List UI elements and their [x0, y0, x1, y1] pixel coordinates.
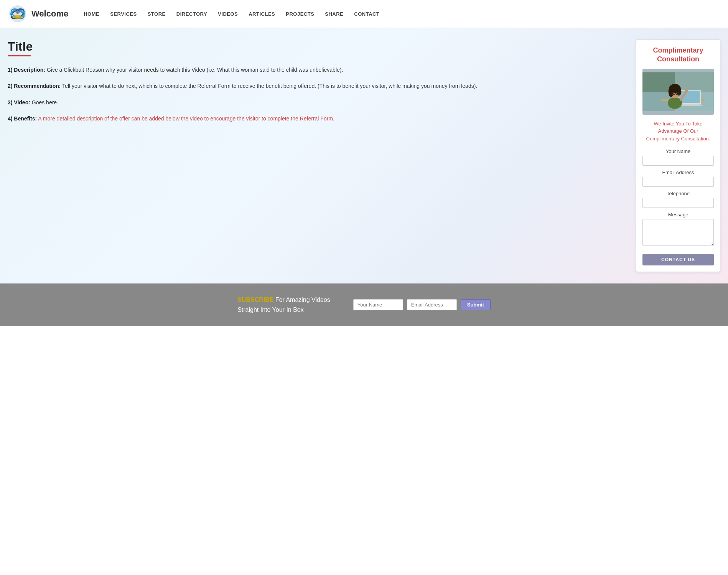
main-wrapper: Title 1) Description: Give a Clickbait R… [0, 28, 728, 283]
sidebar-illustration [642, 69, 714, 115]
email-field-group: Email Address [642, 170, 714, 187]
page-title: Title [8, 40, 628, 54]
message-label: Message [642, 212, 714, 217]
site-title: Welcome [31, 9, 68, 19]
site-header: Welcome HOME SERVICES STORE DIRECTORY VI… [0, 0, 728, 28]
telephone-field-group: Telephone [642, 191, 714, 208]
svg-point-4 [13, 15, 22, 19]
site-footer: SUBSCRIBE For Amazing VideosStraight Int… [0, 283, 728, 326]
footer-email-input[interactable] [407, 299, 457, 310]
nav-projects[interactable]: PROJECTS [286, 11, 314, 17]
site-logo [8, 4, 28, 24]
sidebar-title: Complimentary Consultation [642, 46, 714, 64]
telephone-input[interactable] [642, 198, 714, 208]
content-area: Title 1) Description: Give a Clickbait R… [8, 40, 628, 131]
section-4-text: A more detailed description of the offer… [38, 115, 334, 122]
email-label: Email Address [642, 170, 714, 175]
section-1-label: 1) Description: [8, 67, 45, 73]
email-input[interactable] [642, 177, 714, 187]
nav-share[interactable]: SHARE [325, 11, 343, 17]
section-2-label: 2) Recommendation: [8, 83, 61, 89]
section-1-text: Give a Clickbait Reason why your visitor… [47, 67, 343, 73]
main-nav: HOME SERVICES STORE DIRECTORY VIDEOS ART… [84, 11, 379, 17]
message-field-group: Message [642, 212, 714, 247]
title-underline [8, 55, 31, 56]
nav-home[interactable]: HOME [84, 11, 99, 17]
sidebar-invite-text: We Invite You To Take Advantage Of Our C… [642, 120, 714, 143]
nav-store[interactable]: STORE [148, 11, 166, 17]
subscribe-word: SUBSCRIBE [237, 297, 273, 303]
section-4: 4) Benefits: A more detailed description… [8, 114, 628, 123]
contact-us-button[interactable]: CONTACT US [642, 254, 714, 265]
section-3-label: 3) Video: [8, 99, 30, 105]
section-1: 1) Description: Give a Clickbait Reason … [8, 66, 628, 74]
logo-area: Welcome [8, 4, 68, 24]
footer-submit-button[interactable]: Submit [461, 299, 491, 310]
section-4-label: 4) Benefits: [8, 115, 37, 122]
svg-point-5 [15, 9, 20, 14]
section-2-text: Tell your visitor what to do next, which… [62, 83, 477, 89]
nav-contact[interactable]: CONTACT [354, 11, 379, 17]
name-label: Your Name [642, 148, 714, 154]
sidebar-image [642, 69, 714, 115]
name-input[interactable] [642, 156, 714, 166]
nav-services[interactable]: SERVICES [110, 11, 137, 17]
telephone-label: Telephone [642, 191, 714, 196]
footer-name-input[interactable] [353, 299, 403, 310]
section-2: 2) Recommendation: Tell your visitor wha… [8, 82, 628, 90]
message-textarea[interactable] [642, 219, 714, 246]
svg-point-22 [685, 89, 688, 92]
footer-form: Submit [353, 299, 491, 310]
section-3: 3) Video: Goes here. [8, 98, 628, 107]
sidebar: Complimentary Consultation [636, 40, 720, 272]
footer-subscribe-text: SUBSCRIBE For Amazing VideosStraight Int… [237, 295, 330, 315]
svg-point-13 [668, 97, 682, 109]
name-field-group: Your Name [642, 148, 714, 166]
nav-directory[interactable]: DIRECTORY [176, 11, 207, 17]
svg-point-16 [669, 86, 674, 97]
nav-articles[interactable]: ARTICLES [249, 11, 275, 17]
section-3-text: Goes here. [32, 99, 58, 105]
nav-videos[interactable]: VIDEOS [218, 11, 238, 17]
